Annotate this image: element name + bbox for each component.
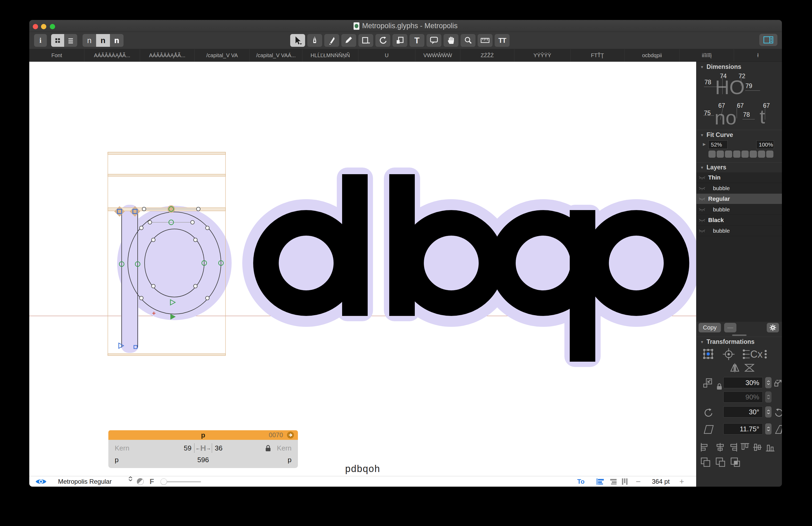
- slant-left-icon[interactable]: [703, 424, 714, 435]
- tab-i-group[interactable]: iíîïīĩį: [680, 49, 734, 61]
- tab-u[interactable]: U: [358, 49, 415, 61]
- layer-row-bubble-3[interactable]: bubble: [696, 226, 782, 236]
- flipped-preview-icon[interactable]: F: [150, 476, 154, 487]
- preview-eye-icon[interactable]: [35, 476, 47, 487]
- rotate-stepper[interactable]: [765, 406, 771, 418]
- copy-layer-button[interactable]: Copy: [699, 323, 721, 332]
- layer-visibility-eye-icon[interactable]: [699, 228, 706, 234]
- align-center-vertical-icon[interactable]: [752, 442, 763, 453]
- scale-y-field-disabled[interactable]: 90%: [723, 391, 763, 403]
- dimensions-section-header[interactable]: ▼ Dimensions: [696, 63, 782, 71]
- disclosure-triangle-icon[interactable]: ▼: [700, 65, 704, 69]
- fit-curve-step-3[interactable]: [725, 151, 732, 158]
- blur-preview-icon[interactable]: [137, 476, 144, 487]
- proportional-lock-icon[interactable]: [716, 383, 723, 390]
- layer-visibility-eye-icon[interactable]: [699, 175, 706, 181]
- features-icon[interactable]: To: [577, 476, 585, 487]
- glyph-width-value[interactable]: 596: [108, 456, 298, 464]
- scale-x-field[interactable]: 30%: [723, 377, 763, 388]
- slant-right-icon[interactable]: [774, 424, 782, 435]
- tab-ft-group[interactable]: FTŤŢ: [570, 49, 625, 61]
- thin-weight-preview[interactable]: n: [83, 34, 96, 47]
- align-top-edges-icon[interactable]: [740, 442, 750, 453]
- fit-curve-min-field[interactable]: 52%: [708, 140, 728, 149]
- rotate-ccw-icon[interactable]: [703, 407, 714, 418]
- tab-y-group[interactable]: YÝŶŸỲ: [514, 49, 570, 61]
- rotate-tool[interactable]: [375, 34, 390, 47]
- layer-row-bubble-1[interactable]: bubble: [696, 183, 782, 194]
- layer-visibility-eye-icon[interactable]: [699, 207, 706, 213]
- intersect-paths-icon[interactable]: [729, 456, 741, 468]
- tab-capital-v[interactable]: /capital_V VA: [194, 49, 250, 61]
- align-right-icon[interactable]: [609, 476, 618, 487]
- fit-curve-max-field[interactable]: 100%: [756, 140, 774, 149]
- zoom-tool[interactable]: [461, 34, 476, 47]
- transform-background-cx-icon[interactable]: Cx: [742, 348, 768, 360]
- tab-lslash[interactable]: ł: [734, 49, 782, 61]
- align-bottom-edges-icon[interactable]: [765, 442, 775, 453]
- zoom-in-button[interactable]: +: [679, 476, 684, 487]
- draw-pen-tool[interactable]: [307, 34, 322, 47]
- flip-vertical-icon[interactable]: [743, 362, 755, 373]
- instance-selector[interactable]: Metropolis Regular: [58, 476, 112, 487]
- black-weight-preview[interactable]: n: [110, 34, 124, 47]
- knife-tool[interactable]: [324, 34, 339, 47]
- fit-curve-step-4[interactable]: [733, 151, 740, 158]
- primitives-tool[interactable]: [358, 34, 373, 47]
- lock-icon[interactable]: [265, 445, 271, 454]
- layer-visibility-eye-icon[interactable]: [699, 186, 706, 192]
- slider-knob[interactable]: [161, 478, 167, 485]
- list-view-icon[interactable]: [64, 34, 77, 47]
- tab-z-group[interactable]: ZŹŽŻ: [460, 49, 514, 61]
- text-tool[interactable]: T: [409, 34, 424, 47]
- glyph-info-header[interactable]: p 0070: [108, 430, 298, 440]
- disclosure-triangle-icon[interactable]: ▼: [700, 133, 704, 137]
- layers-section-header[interactable]: ▼ Layers: [696, 164, 782, 171]
- hand-tool[interactable]: [444, 34, 459, 47]
- annotation-tool[interactable]: [426, 34, 441, 47]
- zoom-level-value[interactable]: 364 pt: [649, 476, 673, 487]
- kerning-tool[interactable]: TT: [495, 34, 510, 47]
- tab-font[interactable]: Font: [29, 49, 84, 61]
- grid-view-icon[interactable]: [51, 34, 64, 47]
- tab-capital-v-2[interactable]: /capital_V VAÁ...: [250, 49, 302, 61]
- layer-row-thin[interactable]: Thin: [696, 172, 782, 183]
- union-paths-icon[interactable]: [700, 456, 711, 468]
- disclosure-triangle-icon[interactable]: ▼: [700, 340, 704, 344]
- font-info-button[interactable]: i: [34, 34, 47, 47]
- select-tool[interactable]: [290, 34, 305, 47]
- layer-row-black[interactable]: Black: [696, 215, 782, 226]
- scale-y-stepper[interactable]: [765, 391, 771, 403]
- slant-field[interactable]: 11.75°: [723, 423, 763, 435]
- pencil-tool[interactable]: [341, 34, 356, 47]
- zoom-out-button[interactable]: −: [636, 476, 641, 487]
- align-center-horizontal-icon[interactable]: [715, 442, 725, 453]
- fit-curve-step-1[interactable]: [708, 151, 716, 158]
- rotate-field[interactable]: 30°: [723, 406, 763, 418]
- fit-curve-section-header[interactable]: ▼ Fit Curve: [696, 131, 782, 138]
- plate-cutter-tool[interactable]: [392, 34, 407, 47]
- measure-tool[interactable]: [478, 34, 493, 47]
- tab-ocbdqpii[interactable]: ocbdqpii: [625, 49, 680, 61]
- flip-horizontal-icon[interactable]: [729, 362, 740, 373]
- align-left-edges-icon[interactable]: [700, 442, 710, 453]
- remove-layer-button[interactable]: —: [724, 323, 736, 332]
- layer-visibility-eye-icon[interactable]: [699, 196, 706, 202]
- layer-visibility-eye-icon[interactable]: [699, 218, 706, 224]
- layer-row-regular-selected[interactable]: Regular: [696, 194, 782, 204]
- layer-row-bubble-2[interactable]: bubble: [696, 204, 782, 215]
- kern-right-label[interactable]: Kern: [277, 444, 291, 452]
- disclosure-triangle-icon[interactable]: ▼: [700, 165, 704, 170]
- tab-a-diacritics-2[interactable]: AÁĂÂÄÀĄÅÃ...: [140, 49, 194, 61]
- panel-resize-handle[interactable]: [732, 334, 746, 336]
- left-sidebearing-value[interactable]: 59: [184, 444, 191, 452]
- scale-up-icon[interactable]: [774, 378, 782, 388]
- slant-stepper[interactable]: [765, 423, 771, 435]
- tab-vw-group[interactable]: VWẂŴẄẀ: [415, 49, 460, 61]
- chevron-updown-icon[interactable]: [128, 476, 133, 487]
- fit-curve-step-8[interactable]: [766, 151, 773, 158]
- tab-hl-group[interactable]: HLĹĽŁMNŃŇŅÑ: [302, 49, 358, 61]
- rotate-cw-icon[interactable]: [774, 407, 782, 418]
- transform-target-icon[interactable]: [722, 348, 735, 361]
- fit-curve-step-2[interactable]: [717, 151, 724, 158]
